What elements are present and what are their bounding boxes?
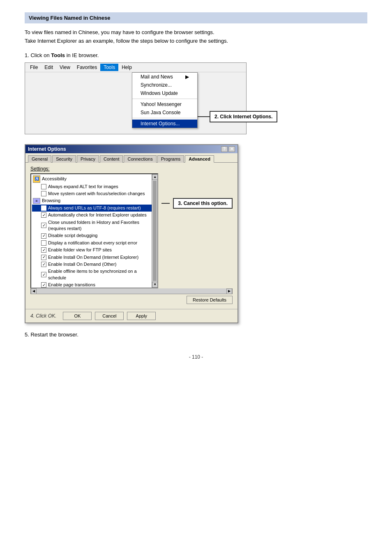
hscroll-track: [37, 288, 226, 294]
scroll-down[interactable]: ▼: [152, 282, 158, 288]
callout3-box: 3. Cancel this option.: [173, 198, 233, 209]
scroll-left[interactable]: ◀: [31, 288, 37, 294]
scroll-up[interactable]: ▲: [152, 174, 158, 180]
tab-advanced[interactable]: Advanced: [185, 155, 214, 163]
checkbox-install-ie[interactable]: [41, 255, 46, 260]
settings-section-browsing: ≡ Browsing: [32, 197, 157, 204]
scrollbar-horizontal[interactable]: ◀ ▶: [30, 288, 233, 294]
callout3-wrapper: 3. Cancel this option.: [161, 198, 233, 209]
settings-item-ftp: Enable folder view for FTP sites: [32, 246, 157, 253]
dialog-body: Settings: ♿ Accessibility Always expand …: [25, 163, 238, 309]
dialog-tabs: General Security Privacy Content Connect…: [25, 153, 238, 163]
callout2-box: 2. Click Internet Options.: [210, 111, 277, 122]
step1-label: 1. Click on Tools in IE browser.: [25, 52, 367, 58]
restore-defaults-row: Restore Defaults: [30, 294, 233, 306]
settings-item-closefolders: Close unused folders in History and Favo…: [32, 219, 157, 233]
callout2-wrapper: 2. Click Internet Options.: [197, 111, 277, 122]
checkbox-alt[interactable]: [41, 184, 46, 189]
settings-item-disablescript: Disable script debugging: [32, 232, 157, 239]
intro-text: To view files named in Chinese, you may …: [25, 28, 367, 46]
checkbox-ftp[interactable]: [41, 247, 46, 253]
apply-button[interactable]: Apply: [127, 312, 156, 320]
settings-item-offline: Enable offline items to be synchronized …: [32, 268, 157, 281]
checkbox-closefolders[interactable]: [41, 223, 46, 228]
accessibility-icon: ♿: [33, 175, 40, 183]
dialog-close-button[interactable]: ✕: [228, 146, 235, 152]
checkbox-disablescript[interactable]: [41, 233, 46, 239]
intro-line2: Take Internet Explorer as an example, fo…: [25, 38, 228, 44]
menu-item-java[interactable]: Sun Java Console: [132, 108, 197, 117]
checkbox-utf8[interactable]: [41, 205, 46, 211]
menu-help[interactable]: Help: [118, 64, 135, 71]
settings-item-install-other: Enable Install On Demand (Other): [32, 261, 157, 268]
menu-item-sync[interactable]: Synchronize...: [132, 81, 197, 89]
checkbox-autoupdate[interactable]: [41, 212, 46, 218]
dialog-title-buttons: ? ✕: [221, 146, 235, 152]
menu-edit[interactable]: Edit: [41, 64, 56, 71]
dialog-help-button[interactable]: ?: [221, 146, 228, 152]
ok-button[interactable]: OK: [63, 312, 92, 320]
internet-options-dialog: Internet Options ? ✕ General Security Pr…: [25, 144, 238, 323]
scroll-right[interactable]: ▶: [226, 288, 232, 294]
checkbox-caret[interactable]: [41, 191, 46, 196]
checkbox-page-transitions[interactable]: [41, 282, 46, 288]
tab-general[interactable]: General: [28, 155, 51, 163]
menu-file[interactable]: File: [27, 64, 41, 71]
settings-listbox: ♿ Accessibility Always expand ALT text f…: [30, 173, 158, 288]
checkbox-notify-script[interactable]: [41, 240, 46, 246]
tab-content[interactable]: Content: [100, 155, 123, 163]
menu-favorites[interactable]: Favorites: [74, 64, 100, 71]
browsing-icon: ≡: [33, 198, 40, 204]
scroll-thumb[interactable]: [153, 181, 157, 281]
settings-item-notify-script: Display a notification about every scrip…: [32, 240, 157, 246]
checkbox-offline[interactable]: [41, 272, 46, 277]
tab-security[interactable]: Security: [52, 155, 76, 163]
settings-item-autoupdate: Automatically check for Internet Explore…: [32, 212, 157, 219]
settings-item-alt: Always expand ALT text for images: [32, 183, 157, 190]
tab-programs[interactable]: Programs: [157, 155, 184, 163]
click-ok-label: 4. Click OK.: [30, 313, 56, 319]
step5-label: 5. Restart the browser.: [25, 332, 367, 338]
section-heading: Viewing Files Named in Chinese: [25, 12, 367, 23]
ie-menubar: File Edit View Favorites Tools Help: [25, 63, 246, 72]
tab-connections[interactable]: Connections: [124, 155, 156, 163]
settings-section-accessibility: ♿ Accessibility: [32, 175, 157, 183]
dialog-titlebar: Internet Options ? ✕: [25, 145, 238, 153]
menu-item-mail[interactable]: Mail and News ▶: [132, 73, 197, 81]
menu-item-windows-update[interactable]: Windows Update: [132, 89, 197, 97]
ie-browser-window: File Edit View Favorites Tools Help Mail…: [25, 62, 247, 134]
tools-dropdown: Mail and News ▶ Synchronize... Windows U…: [132, 72, 198, 128]
settings-item-utf8[interactable]: Always send URLs as UTF-8 (requires rest…: [32, 205, 157, 212]
settings-item-caret: Move system caret with focus/selection c…: [32, 190, 157, 197]
checkbox-install-other[interactable]: [41, 262, 46, 267]
scrollbar-vertical[interactable]: ▲ ▼: [152, 174, 157, 288]
menu-item-yahoo[interactable]: Yahoo! Messenger: [132, 100, 197, 108]
settings-item-install-ie: Enable Install On Demand (Internet Explo…: [32, 254, 157, 261]
dialog-footer: 4. Click OK. OK Cancel Apply: [25, 309, 238, 322]
menu-item-internet-options[interactable]: Internet Options...: [132, 120, 197, 128]
settings-item-page-transitions: Enable page transitions: [32, 281, 157, 288]
cancel-button[interactable]: Cancel: [95, 312, 124, 320]
menu-view[interactable]: View: [56, 64, 74, 71]
dialog-title: Internet Options: [28, 146, 66, 152]
restore-defaults-button[interactable]: Restore Defaults: [187, 296, 233, 304]
settings-label: Settings:: [30, 166, 233, 172]
tab-privacy[interactable]: Privacy: [77, 155, 99, 163]
intro-line1: To view files named in Chinese, you may …: [25, 29, 214, 35]
menu-tools[interactable]: Tools: [100, 64, 118, 71]
page-number: - 110 -: [25, 354, 367, 360]
